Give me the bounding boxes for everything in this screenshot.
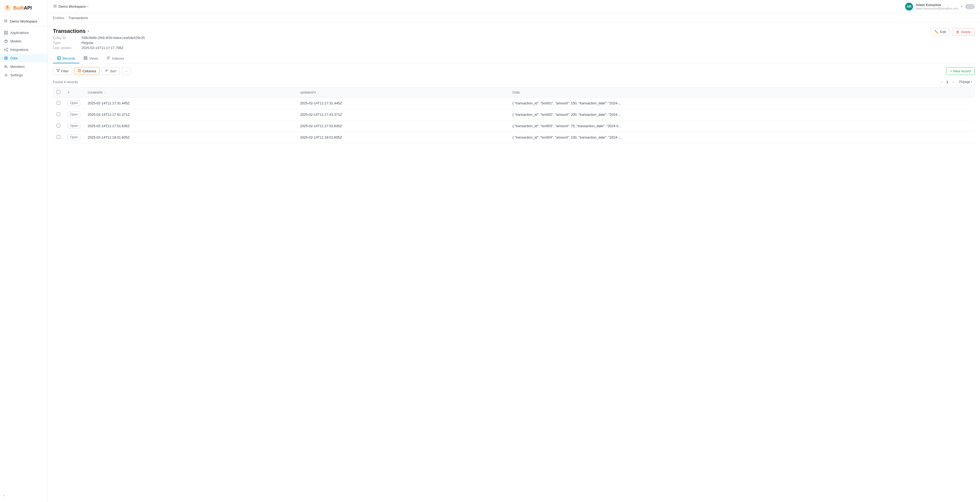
svg-point-4	[6, 21, 7, 22]
row-created-at-3: 2025-02-14T11:18:01.605Z	[84, 132, 296, 143]
table-header-row: ▾ createdAt – updatedAt – Data	[53, 88, 975, 97]
row-checkbox-1[interactable]	[57, 112, 60, 116]
tab-indexes[interactable]: Indexes	[102, 54, 128, 63]
delete-button[interactable]: 🗑 Delete	[952, 28, 975, 36]
entity-title: Transactions	[53, 28, 86, 34]
svg-rect-21	[86, 56, 87, 58]
more-options-button[interactable]: ···	[122, 67, 131, 75]
breadcrumb-parent[interactable]: Entities	[53, 16, 64, 20]
columns-label: Columns	[83, 69, 96, 73]
models-icon	[4, 39, 8, 43]
sidebar-item-applications-label: Applications	[10, 31, 29, 35]
sidebar-item-settings[interactable]: Settings	[0, 71, 48, 79]
sidebar-item-applications[interactable]: Applications	[0, 28, 48, 37]
breadcrumb: Entities / Transactions	[48, 13, 980, 23]
row-checkbox-0[interactable]	[57, 101, 60, 105]
records-count: Found 4 records	[53, 80, 78, 84]
svg-point-2	[6, 20, 7, 21]
svg-point-10	[6, 48, 8, 49]
row-checkbox-cell	[53, 97, 64, 109]
workspace-dropdown-icon: ▾	[87, 5, 89, 8]
logo-icon	[4, 4, 11, 12]
sidebar-item-integrations-label: Integrations	[10, 48, 28, 52]
logo: BuiltAPI	[0, 0, 48, 16]
entity-dropdown-icon[interactable]: ▾	[88, 29, 89, 33]
sidebar-collapse-btn[interactable]: ‹	[0, 493, 48, 498]
open-record-button-0[interactable]: Open	[68, 100, 80, 106]
entity-tabs: Records Views	[53, 54, 975, 63]
th-updated-at-label: updatedAt	[300, 90, 316, 94]
table-body: Open 2025-02-14T11:17:31.445Z 2025-02-14…	[53, 97, 975, 143]
topbar-right: AR Artem Konuchov artem.konouchov@wiredh…	[905, 3, 975, 11]
tab-records[interactable]: Records	[53, 54, 80, 63]
entity-lastupdate-row: Last update: 2025-02-14T11:17:17.708Z	[53, 46, 145, 50]
sidebar-item-models-label: Models	[10, 39, 21, 43]
tab-views[interactable]: Views	[80, 54, 102, 63]
workspace-selector-sidebar[interactable]: Demo Workspace	[0, 16, 48, 27]
svg-rect-20	[84, 56, 85, 58]
workspace-topbar-selector[interactable]: Demo Workspace ▾	[53, 4, 89, 9]
tab-records-label: Records	[62, 56, 75, 61]
user-name: Artem Konuchov	[916, 3, 958, 7]
svg-rect-26	[80, 69, 81, 72]
logo-text: BuiltAPI	[13, 5, 32, 11]
edit-label: Edit	[940, 30, 946, 34]
svg-point-18	[55, 6, 56, 7]
new-record-button[interactable]: + New record	[946, 67, 975, 75]
sort-label: Sort	[110, 69, 116, 73]
workspace-topbar-label: Demo Workspace	[59, 5, 86, 8]
filter-button[interactable]: Filter	[53, 67, 72, 75]
applications-icon	[4, 30, 8, 35]
columns-button[interactable]: Columns	[75, 67, 100, 75]
svg-rect-25	[79, 69, 80, 72]
row-created-at-2: 2025-02-14T11:17:51.635Z	[84, 120, 296, 132]
entity-id-value: 598c9d4b-2f49-4f2b-bdea-cea5db429c35	[81, 36, 145, 40]
entity-actions: ✏️ Edit 🗑 Delete	[931, 28, 975, 36]
sidebar-item-members[interactable]: Members	[0, 62, 48, 71]
open-record-button-2[interactable]: Open	[68, 123, 80, 129]
row-updated-at-0: 2025-02-14T11:17:31.445Z	[296, 97, 509, 109]
filter-label: Filter	[61, 69, 69, 73]
open-record-button-1[interactable]: Open	[68, 112, 80, 117]
open-record-button-3[interactable]: Open	[68, 134, 80, 140]
row-checkbox-3[interactable]	[57, 135, 60, 139]
th-updated-at[interactable]: updatedAt –	[296, 88, 509, 97]
svg-rect-8	[6, 33, 8, 34]
collapse-icon: ‹	[4, 493, 5, 498]
sidebar-item-integrations[interactable]: Integrations	[0, 45, 48, 54]
edit-icon: ✏️	[934, 30, 939, 34]
edit-button[interactable]: ✏️ Edit	[931, 28, 950, 36]
workspace-topbar-ws-icon	[53, 4, 57, 9]
data-table: ▾ createdAt – updatedAt – Data	[53, 87, 975, 143]
svg-point-16	[55, 5, 56, 6]
prev-page-button[interactable]: ‹	[940, 79, 943, 84]
row-checkbox-2[interactable]	[57, 124, 60, 127]
user-dropdown-icon: ▾	[961, 5, 963, 8]
toolbar-left: Filter Columns	[53, 67, 131, 75]
entity-type-row: Type: Regular	[53, 41, 145, 45]
entity-type-label: Type:	[53, 41, 80, 45]
row-data-2: { "transaction_id": "txn003", "amount": …	[509, 120, 975, 132]
svg-rect-19	[57, 56, 60, 60]
sidebar-item-models[interactable]: Models	[0, 37, 48, 45]
sort-button[interactable]: Sort	[102, 67, 120, 75]
row-data-1: { "transaction_id": "txn002", "amount": …	[509, 109, 975, 120]
entity-lastupdate-label: Last update:	[53, 46, 80, 50]
th-created-at[interactable]: createdAt –	[84, 88, 296, 97]
user-email: artem.konouchov@wiredhut.com	[916, 7, 958, 10]
sidebar-item-data[interactable]: Data	[0, 54, 48, 62]
next-page-button[interactable]: ›	[951, 79, 955, 84]
select-all-checkbox[interactable]	[57, 90, 60, 94]
svg-point-11	[6, 50, 8, 51]
row-open-cell-3: Open	[64, 132, 84, 143]
delete-icon: 🗑	[956, 30, 959, 34]
row-checkbox-cell	[53, 132, 64, 143]
entity-title-row: Transactions ▾	[53, 28, 145, 34]
new-record-label: + New record	[950, 69, 971, 73]
row-updated-at-2: 2025-02-14T11:17:51.635Z	[296, 120, 509, 132]
per-page-selector[interactable]: 25/page ▾	[956, 79, 975, 85]
sidebar-item-members-label: Members	[10, 65, 25, 69]
row-data-3: { "transaction_id": "txn004", "amount": …	[509, 132, 975, 143]
tab-indexes-label: Indexes	[112, 56, 124, 61]
toggle-switch[interactable]	[965, 4, 975, 9]
